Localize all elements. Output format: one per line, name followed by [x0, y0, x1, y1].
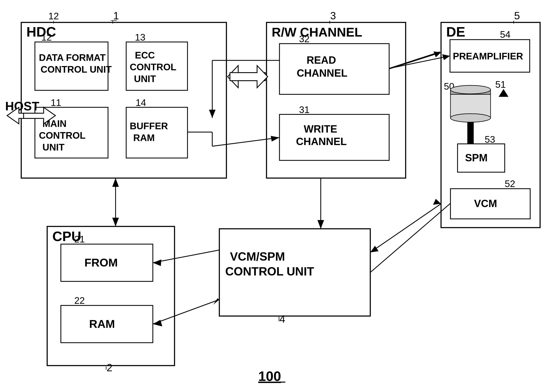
svg-text:VCM: VCM — [474, 198, 497, 209]
svg-text:2: 2 — [107, 362, 112, 373]
svg-text:READ: READ — [307, 54, 336, 66]
svg-text:53: 53 — [485, 134, 495, 145]
svg-text:CONTROL UNIT: CONTROL UNIT — [225, 265, 314, 278]
svg-text:RAM: RAM — [133, 133, 155, 143]
svg-text:12: 12 — [41, 32, 52, 42]
svg-text:ECC: ECC — [135, 50, 155, 60]
svg-text:5: 5 — [514, 10, 520, 21]
svg-text:RAM: RAM — [89, 318, 115, 330]
svg-text:14: 14 — [136, 98, 146, 108]
svg-text:31: 31 — [299, 105, 310, 115]
svg-text:CONTROL: CONTROL — [130, 62, 176, 72]
svg-point-88 — [450, 85, 491, 94]
svg-point-89 — [450, 114, 491, 122]
svg-text:UNIT: UNIT — [134, 74, 156, 84]
svg-text:PREAMPLIFIER: PREAMPLIFIER — [453, 51, 523, 61]
svg-text:CONTROL: CONTROL — [39, 130, 86, 140]
svg-text:CHANNEL: CHANNEL — [297, 67, 347, 79]
svg-text:HOST: HOST — [5, 99, 39, 113]
svg-text:11: 11 — [51, 98, 61, 108]
svg-text:BUFFER: BUFFER — [130, 121, 168, 131]
svg-text:51: 51 — [495, 79, 506, 90]
svg-text:22: 22 — [74, 295, 85, 306]
svg-text:54: 54 — [500, 29, 511, 40]
svg-rect-92 — [467, 122, 474, 143]
svg-text:12: 12 — [48, 11, 59, 21]
svg-text:1: 1 — [113, 10, 119, 21]
svg-text:DATA FORMAT: DATA FORMAT — [39, 52, 106, 63]
svg-text:DE: DE — [446, 24, 465, 39]
svg-text:21: 21 — [74, 234, 85, 244]
main-diagram: HDC 1 R/W CHANNEL 3 DE 5 CPU 2 VCM/SPM C… — [0, 0, 554, 392]
svg-text:CHANNEL: CHANNEL — [296, 136, 347, 147]
svg-text:CONTROL UNIT: CONTROL UNIT — [41, 64, 112, 75]
svg-text:32: 32 — [299, 34, 310, 44]
svg-text:WRITE: WRITE — [304, 123, 337, 135]
svg-text:UNIT: UNIT — [42, 142, 64, 152]
svg-text:13: 13 — [135, 32, 146, 42]
svg-text:52: 52 — [505, 179, 515, 189]
svg-text:4: 4 — [280, 313, 285, 325]
figure-number: 100 — [258, 368, 281, 384]
svg-text:FROM: FROM — [84, 256, 118, 269]
svg-text:VCM/SPM: VCM/SPM — [230, 250, 285, 263]
svg-text:SPM: SPM — [465, 152, 487, 163]
svg-text:R/W CHANNEL: R/W CHANNEL — [272, 25, 362, 39]
svg-text:3: 3 — [330, 10, 336, 21]
